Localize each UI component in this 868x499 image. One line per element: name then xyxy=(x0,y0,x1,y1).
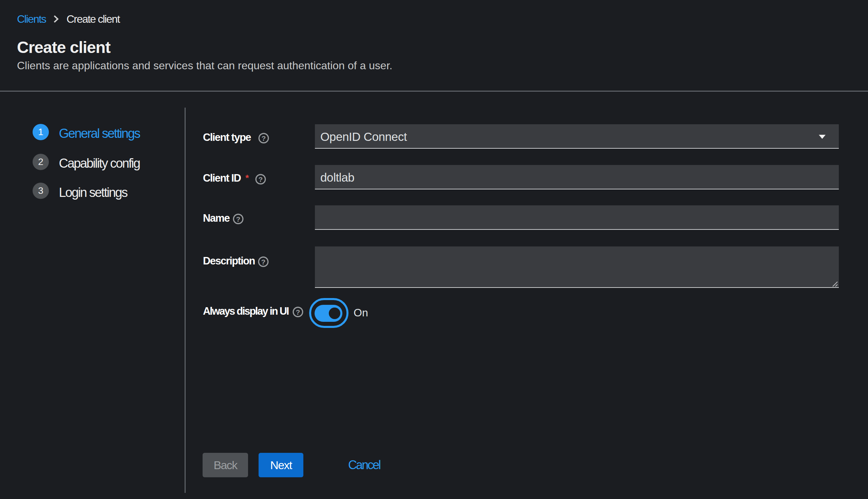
svg-text:?: ? xyxy=(261,258,266,266)
svg-text:?: ? xyxy=(236,215,240,223)
svg-text:?: ? xyxy=(262,134,266,142)
svg-text:?: ? xyxy=(259,175,263,183)
svg-text:?: ? xyxy=(296,308,300,316)
